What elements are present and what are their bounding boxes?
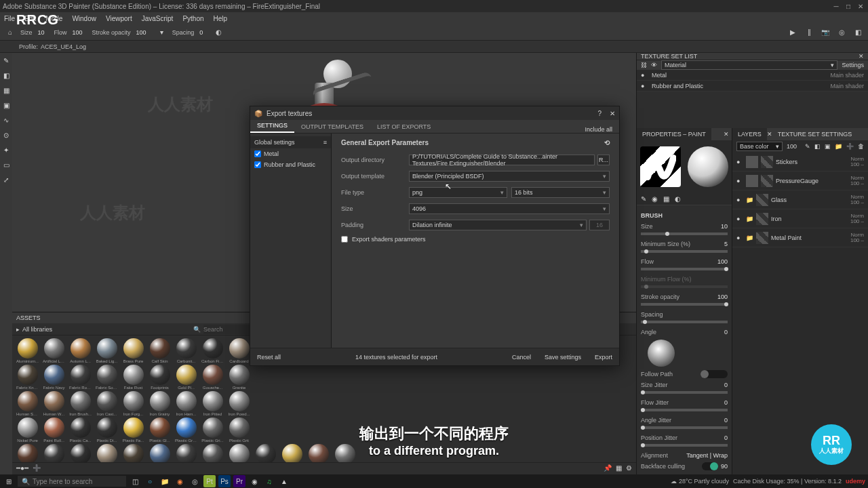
asset-item[interactable]: Baked Lig... [96,338,118,363]
asset-item[interactable]: Plastic Fa... [122,418,144,443]
photoshop-icon[interactable]: Ps [218,475,231,487]
padding-dropdown[interactable]: Dilation infinite▾ [409,220,587,230]
alpha-mode-icon[interactable]: ◉ [652,195,658,203]
layers-tab[interactable]: LAYERS [732,128,767,140]
render-icon[interactable]: ◎ [835,26,848,39]
asset-item[interactable]: Granite [228,365,250,390]
asset-item[interactable]: Plastic Gra... [175,418,197,443]
properties-tab[interactable]: PROPERTIES – PAINT [637,128,711,140]
properties-close-icon[interactable]: ✕ [724,131,729,138]
dropdown-icon[interactable]: ▾ [156,26,168,39]
cortana-icon[interactable]: ○ [144,475,156,487]
asset-item[interactable]: Hardwo... [149,444,171,462]
dialog-close-icon[interactable]: ✕ [610,110,615,117]
add-paint-layer-icon[interactable]: ➕ [846,143,854,150]
texture-set-item[interactable]: ● Metal Main shader [637,70,868,81]
assets-add-icon[interactable]: ➕ [33,464,41,472]
output-template-dropdown[interactable]: Blender (Principled BSDF)▾ [409,171,610,182]
min-flow-slider[interactable] [641,285,728,288]
substance-icon[interactable]: Pt [203,475,216,487]
min-size-input[interactable]: 5 [724,241,728,247]
menu-help[interactable]: Help [214,15,228,22]
asset-item[interactable]: Grunge M... [16,444,39,462]
profile-value[interactable]: ACES_UE4_Log [41,43,86,50]
asset-item[interactable]: Plastic Di... [96,418,118,443]
opacity-value[interactable]: 100 [136,29,146,36]
asset-item[interactable]: Human W... [43,391,65,416]
dialog-help-icon[interactable]: ? [597,110,601,117]
eye-icon[interactable]: ● [641,72,648,79]
texture-set-settings-link[interactable]: Settings [842,62,864,68]
asset-item[interactable]: Aluminium... [16,338,39,363]
eye-icon[interactable]: ● [641,83,648,89]
explorer-icon[interactable]: 📁 [159,475,171,487]
clone-tool-icon[interactable]: ⊙ [1,130,11,140]
transform-tool-icon[interactable]: ⤢ [1,175,11,184]
asset-item[interactable]: Carbonit... [175,338,197,363]
size-slider[interactable] [641,232,728,235]
file-type-dropdown[interactable]: png▾ [409,187,507,198]
pause-icon[interactable]: ‖ [803,26,815,39]
menu-javascript[interactable]: JavaScript [142,15,174,22]
asset-item[interactable]: Gouache... [201,365,224,390]
output-templates-tab[interactable]: OUTPUT TEMPLATES [294,121,370,133]
texture-set-material-dropdown[interactable]: Material▾ [661,60,837,70]
bit-depth-dropdown[interactable]: 16 bits▾ [511,187,610,198]
side-item-metal[interactable]: Metal [250,148,331,159]
flow-input[interactable]: 100 [717,258,728,265]
asset-item[interactable]: Iron Ham... [175,391,197,416]
min-size-slider[interactable] [641,250,728,253]
asset-item[interactable]: Human S... [307,444,330,462]
browse-button[interactable]: R... [597,155,610,165]
asset-item[interactable]: Honeyco... [175,444,197,462]
start-button[interactable]: ⊞ [3,478,15,485]
window-maximize-button[interactable]: □ [844,1,853,11]
include-all-button[interactable]: Include all [585,126,612,133]
add-fill-layer-icon[interactable]: ▣ [825,143,831,150]
menu-python[interactable]: Python [182,15,203,22]
asset-item[interactable]: Gold Pl... [175,365,197,390]
pos-jitter-slider[interactable] [641,444,728,447]
asset-item[interactable]: Iron Grainy [149,391,171,416]
play-icon[interactable]: ▶ [787,26,799,39]
add-mask-icon[interactable]: ◧ [814,143,821,150]
angle-jitter-slider[interactable] [641,426,728,429]
chrome-icon[interactable]: ◎ [189,475,201,487]
window-minimize-button[interactable]: ─ [831,1,841,11]
size-jitter-slider[interactable] [641,391,728,394]
global-settings-item[interactable]: Global settings ≡ [250,136,331,148]
browser-icon[interactable]: ◉ [174,475,186,487]
list-of-exports-tab[interactable]: LIST OF EXPORTS [370,121,437,133]
asset-item[interactable]: Plastic Grit [228,418,250,443]
asset-item[interactable]: Grunge R... [43,444,65,462]
texture-set-close-icon[interactable]: ✕ [859,53,864,60]
fill-tool-icon[interactable]: ▣ [1,100,11,110]
layer-item[interactable]: ● PressureGauge Norm100 – [732,171,868,190]
asset-item[interactable]: Fabric Navy [43,365,65,390]
asset-item[interactable]: Plastic Gl... [149,418,171,443]
taskbar-search[interactable]: 🔍 Type here to search [18,476,126,487]
visibility-icon[interactable]: 👁 [651,62,657,68]
spacing-slider[interactable] [641,321,728,323]
backface-toggle[interactable] [702,462,718,470]
asset-item[interactable]: Calf Skin [149,338,171,363]
settings-tab[interactable]: SETTINGS [250,119,294,133]
layer-item[interactable]: ● Stickers Norm100 – [732,152,868,171]
menu-viewport[interactable]: Viewport [106,15,132,22]
export-button[interactable]: Export [595,354,612,361]
flow-slider[interactable] [641,268,728,270]
smudge-tool-icon[interactable]: ∿ [1,115,11,125]
asset-item[interactable]: Hardwo... [122,444,144,462]
vlc-icon[interactable]: ▲ [278,475,290,487]
brush-size-value[interactable]: 10 [38,29,45,36]
eye-icon[interactable]: ● [736,159,743,165]
cancel-button[interactable]: Cancel [512,354,531,361]
asset-item[interactable]: Iron Brush... [69,391,92,416]
asset-item[interactable]: Plastic Gri... [201,418,224,443]
stroke-opacity-slider[interactable] [641,303,728,306]
paint-tool-icon[interactable]: ✎ [1,56,11,65]
spacing-value[interactable]: 0 [199,29,203,36]
add-folder-icon[interactable]: 📁 [835,143,842,150]
asset-item[interactable]: Fake Rust [122,365,144,390]
brush-size-input[interactable]: 10 [721,223,728,230]
